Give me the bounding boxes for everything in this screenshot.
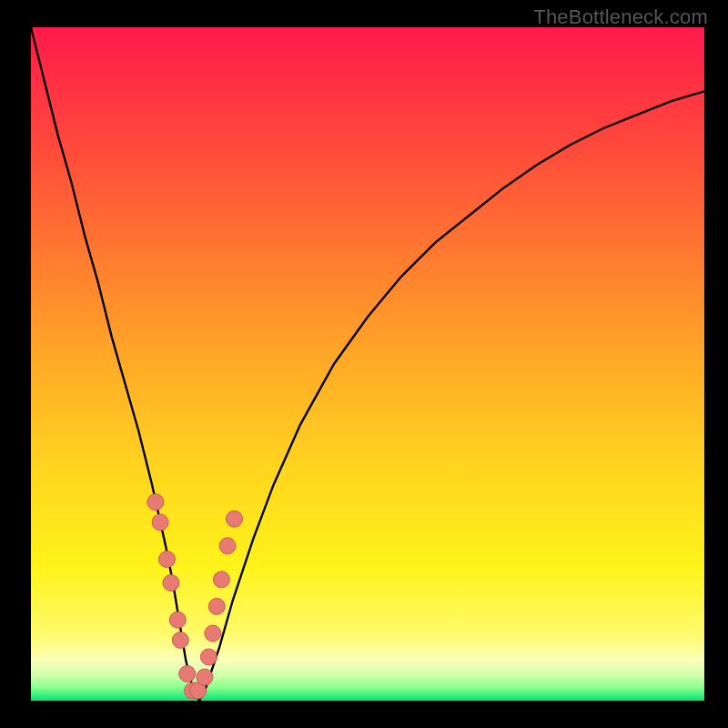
- chart-svg: [31, 27, 704, 701]
- data-marker: [219, 538, 236, 554]
- data-marker: [200, 649, 217, 665]
- data-markers: [147, 494, 243, 699]
- plot-area: [31, 27, 704, 701]
- data-marker: [172, 632, 188, 648]
- watermark-text: TheBottleneck.com: [533, 5, 708, 29]
- data-marker: [205, 625, 221, 642]
- data-marker: [147, 494, 164, 511]
- bottleneck-curve: [31, 27, 704, 701]
- data-marker: [197, 669, 213, 685]
- data-marker: [208, 598, 225, 614]
- data-marker: [169, 612, 186, 628]
- chart-frame: TheBottleneck.com: [0, 0, 728, 728]
- data-marker: [226, 511, 242, 527]
- data-marker: [152, 514, 168, 531]
- data-marker: [213, 571, 229, 588]
- data-marker: [163, 575, 179, 592]
- data-marker: [179, 665, 196, 682]
- data-marker: [158, 551, 175, 568]
